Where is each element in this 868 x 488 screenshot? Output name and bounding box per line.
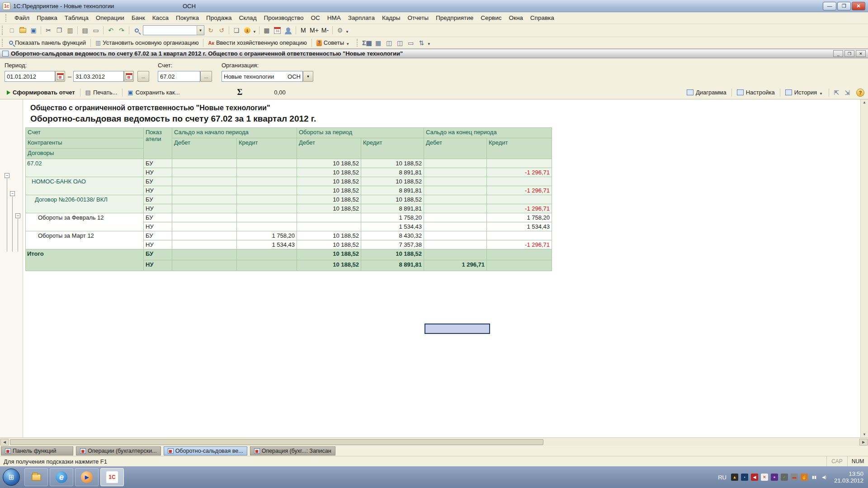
amount-cell[interactable]: 8 891,81 bbox=[361, 186, 424, 195]
amount-cell[interactable]: 10 188,52 bbox=[297, 177, 361, 186]
indicator-cell[interactable]: НУ bbox=[144, 222, 172, 231]
taskbar-ie-button[interactable]: e bbox=[50, 468, 73, 486]
menu-НМА[interactable]: НМА bbox=[324, 13, 344, 23]
amount-cell[interactable] bbox=[487, 159, 552, 168]
search-dropdown-icon[interactable]: ▼ bbox=[197, 26, 204, 35]
col-header-debit[interactable]: Дебет bbox=[297, 138, 361, 159]
diagram-button[interactable]: Диаграмма bbox=[684, 87, 730, 98]
save-icon[interactable]: ▣ bbox=[28, 25, 38, 35]
screen-warning-icon[interactable]: ▲ bbox=[731, 474, 738, 481]
amount-cell[interactable] bbox=[424, 249, 487, 260]
amount-cell[interactable] bbox=[172, 249, 237, 260]
indicator-cell[interactable]: БУ bbox=[144, 159, 172, 168]
print-icon[interactable]: ▤ bbox=[80, 25, 90, 35]
amount-cell[interactable]: 10 188,52 bbox=[297, 159, 361, 168]
amount-cell[interactable]: 7 357,38 bbox=[361, 240, 424, 249]
amount-cell[interactable] bbox=[487, 260, 552, 271]
save-settings-icon[interactable]: ⇲ bbox=[842, 88, 852, 98]
search-combo[interactable]: ▼ bbox=[143, 25, 204, 35]
amount-cell[interactable] bbox=[172, 159, 237, 168]
touch-icon[interactable]: ☝ bbox=[801, 474, 808, 481]
horizontal-scrollbar[interactable]: ◀ ▶ bbox=[0, 437, 868, 446]
row-label[interactable]: НОМОС-БАНК ОАО bbox=[26, 177, 144, 195]
row-label[interactable]: 67.02 bbox=[26, 159, 144, 177]
copy-icon[interactable]: ❐ bbox=[54, 25, 64, 35]
collapse-group-icon[interactable]: − bbox=[5, 173, 9, 178]
col-header-credit[interactable]: Кредит bbox=[361, 138, 424, 159]
settings-wrench-icon[interactable]: ⚙ bbox=[335, 25, 345, 35]
taskbar-media-button[interactable]: ▶ bbox=[75, 468, 99, 486]
find-prev-icon[interactable]: ↺ bbox=[217, 25, 226, 35]
doc-close-button[interactable]: ✕ bbox=[856, 50, 866, 57]
account-select-button[interactable]: ... bbox=[200, 71, 212, 82]
period-to-calendar-button[interactable]: ▦ bbox=[124, 71, 134, 82]
amount-cell[interactable] bbox=[424, 222, 487, 231]
window-tab[interactable]: ▦Оборотно-сальдовая ве... bbox=[164, 446, 247, 455]
amount-cell[interactable] bbox=[424, 204, 487, 213]
load-settings-icon[interactable]: ⇱ bbox=[831, 88, 841, 98]
print-preview-icon[interactable]: ▭ bbox=[91, 25, 101, 35]
group-contractors-icon[interactable]: ◫ bbox=[384, 38, 394, 48]
col-header-credit[interactable]: Кредит bbox=[237, 138, 297, 159]
indicator-cell[interactable]: НУ bbox=[144, 240, 172, 249]
memory-m-button[interactable]: M bbox=[298, 25, 308, 35]
amount-cell[interactable]: 10 188,52 bbox=[361, 177, 424, 186]
menu-Правка[interactable]: Правка bbox=[33, 13, 61, 23]
row-label[interactable]: Итого bbox=[26, 249, 144, 271]
find-button[interactable] bbox=[132, 25, 142, 35]
menu-Отчеты[interactable]: Отчеты bbox=[404, 13, 432, 23]
amount-cell[interactable]: 10 188,52 bbox=[297, 195, 361, 204]
period-more-button[interactable]: ... bbox=[137, 71, 149, 82]
menu-Склад[interactable]: Склад bbox=[235, 13, 260, 23]
amount-cell[interactable] bbox=[487, 177, 552, 186]
amount-cell[interactable]: -1 296,71 bbox=[487, 168, 552, 177]
amount-cell[interactable]: 1 534,43 bbox=[361, 222, 424, 231]
amount-cell[interactable] bbox=[172, 168, 237, 177]
indicator-cell[interactable]: БУ bbox=[144, 231, 172, 240]
amount-cell[interactable] bbox=[487, 249, 552, 260]
amount-cell[interactable]: 1 758,20 bbox=[237, 231, 297, 240]
menu-Производство[interactable]: Производство bbox=[260, 13, 307, 23]
scroll-right-icon[interactable]: ▶ bbox=[859, 439, 868, 446]
print-button[interactable]: ▤ Печать... bbox=[82, 87, 121, 98]
col-header-turnover[interactable]: Обороты за период bbox=[297, 128, 424, 138]
copy-window-icon[interactable]: ❏ bbox=[231, 25, 241, 35]
menu-Операции[interactable]: Операции bbox=[92, 13, 128, 23]
amount-cell[interactable] bbox=[172, 204, 237, 213]
amount-cell[interactable] bbox=[424, 213, 487, 222]
menu-Банк[interactable]: Банк bbox=[128, 13, 149, 23]
menu-Окна[interactable]: Окна bbox=[505, 13, 526, 23]
account-input[interactable]: 67.02 bbox=[158, 71, 200, 82]
group-contractors2-icon[interactable]: ◫ bbox=[395, 38, 405, 48]
flag-error-icon[interactable]: ✕ bbox=[761, 474, 768, 481]
amount-cell[interactable]: 10 188,52 bbox=[297, 186, 361, 195]
taskbar-clock[interactable]: 13:50 21.03.2012 bbox=[834, 470, 863, 484]
col-header-contracts[interactable]: Договоры bbox=[26, 149, 144, 159]
amount-cell[interactable] bbox=[424, 168, 487, 177]
minimize-button[interactable]: — bbox=[823, 2, 836, 10]
menu-Зарплата[interactable]: Зарплата bbox=[344, 13, 378, 23]
amount-cell[interactable]: 10 188,52 bbox=[297, 240, 361, 249]
indicator-cell[interactable]: БУ bbox=[144, 195, 172, 204]
period-from-input[interactable]: 01.01.2012 bbox=[5, 71, 55, 82]
col-header-debit[interactable]: Дебет bbox=[424, 138, 487, 159]
scroll-down-icon[interactable]: ▼ bbox=[863, 432, 866, 436]
indicator-cell[interactable]: НУ bbox=[144, 260, 172, 271]
menu-Предприятие[interactable]: Предприятие bbox=[432, 13, 477, 23]
amount-cell[interactable]: 8 430,32 bbox=[361, 231, 424, 240]
amount-cell[interactable] bbox=[172, 231, 237, 240]
browser-circle-icon[interactable]: ● bbox=[771, 474, 778, 481]
menu-ОС[interactable]: ОС bbox=[307, 13, 324, 23]
amount-cell[interactable]: 8 891,81 bbox=[361, 260, 424, 271]
scroll-up-icon[interactable]: ▲ bbox=[863, 100, 866, 104]
amount-cell[interactable] bbox=[172, 186, 237, 195]
amount-cell[interactable] bbox=[297, 222, 361, 231]
window-tab[interactable]: ▦Панель функций bbox=[1, 446, 73, 455]
amount-cell[interactable] bbox=[172, 195, 237, 204]
search-input[interactable] bbox=[143, 26, 197, 34]
amount-cell[interactable]: 8 891,81 bbox=[361, 204, 424, 213]
indicator-cell[interactable]: НУ bbox=[144, 168, 172, 177]
chevron-down-icon[interactable]: ▼ bbox=[253, 30, 256, 34]
device-icon[interactable]: ▬ bbox=[791, 474, 798, 481]
amount-cell[interactable] bbox=[424, 186, 487, 195]
